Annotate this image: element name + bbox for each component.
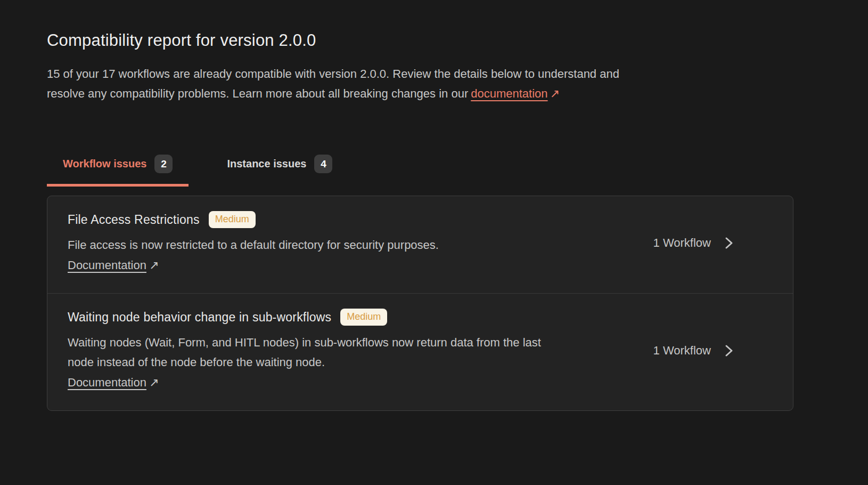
issue-description: Waiting nodes (Wait, Form, and HITL node…	[68, 333, 568, 372]
issue-meta: 1 Workflow	[653, 236, 733, 250]
issue-description: File access is now restricted to a defau…	[68, 235, 439, 255]
compatibility-report-page: Compatibility report for version 2.0.0 1…	[0, 0, 868, 411]
issue-content: Waiting node behavior change in sub-work…	[68, 309, 568, 392]
external-link-icon: ↗	[149, 258, 159, 272]
tab-label: Instance issues	[227, 158, 306, 170]
documentation-link[interactable]: Documentation	[68, 376, 146, 389]
documentation-link[interactable]: documentation	[471, 87, 547, 100]
external-link-icon: ↗	[550, 87, 560, 100]
tab-instance-issues[interactable]: Instance issues 4	[211, 150, 348, 187]
page-description: 15 of your 17 workflows are already comp…	[47, 64, 633, 103]
issue-title-line: Waiting node behavior change in sub-work…	[68, 309, 568, 326]
severity-badge: Medium	[340, 309, 387, 326]
severity-badge: Medium	[209, 211, 256, 228]
issue-row-waiting-node[interactable]: Waiting node behavior change in sub-work…	[47, 293, 793, 410]
tab-workflow-issues[interactable]: Workflow issues 2	[47, 150, 189, 187]
workflow-count: 1 Workflow	[653, 236, 711, 250]
issue-meta: 1 Workflow	[653, 344, 733, 358]
issue-doc-line: Documentation↗	[68, 255, 439, 275]
issues-card: File Access Restrictions Medium File acc…	[47, 196, 793, 411]
external-link-icon: ↗	[149, 376, 159, 389]
tabs: Workflow issues 2 Instance issues 4	[47, 150, 793, 187]
issue-title: File Access Restrictions	[68, 213, 200, 227]
issue-doc-line: Documentation↗	[68, 373, 568, 392]
chevron-right-icon[interactable]	[725, 344, 733, 357]
chevron-right-icon[interactable]	[725, 237, 733, 249]
count-badge: 4	[314, 155, 332, 173]
issue-row-file-access[interactable]: File Access Restrictions Medium File acc…	[47, 196, 793, 293]
issue-title: Waiting node behavior change in sub-work…	[68, 310, 331, 325]
issue-content: File Access Restrictions Medium File acc…	[68, 211, 439, 275]
documentation-link[interactable]: Documentation	[68, 258, 146, 272]
page-title: Compatibility report for version 2.0.0	[47, 31, 793, 50]
tab-label: Workflow issues	[63, 158, 146, 170]
workflow-count: 1 Workflow	[653, 344, 711, 358]
issue-title-line: File Access Restrictions Medium	[68, 211, 439, 228]
count-badge: 2	[154, 155, 173, 173]
